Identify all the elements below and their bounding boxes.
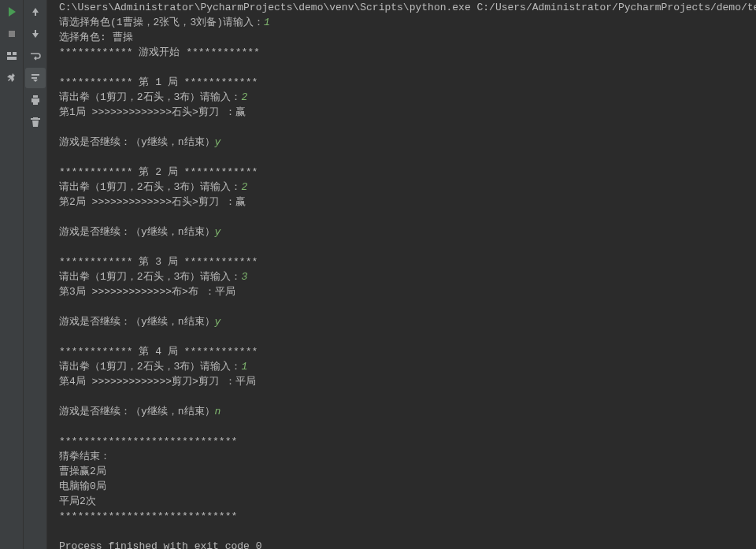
console-text: 请出拳（1剪刀，2石头，3布）请输入： [59, 181, 241, 193]
user-input: 2 [241, 91, 247, 103]
console-line: ************ 第 1 局 ************ [59, 75, 748, 90]
svg-rect-3 [7, 57, 17, 60]
console-text: Process finished with exit code 0 [59, 540, 261, 549]
console-text: 电脑输0局 [59, 480, 106, 492]
console-line [59, 239, 748, 254]
console-line: 请选择角色(1曹操，2张飞，3刘备)请输入：1 [59, 15, 748, 30]
console-text: 请出拳（1剪刀，2石头，3布）请输入： [59, 271, 241, 283]
console-text: 请选择角色(1曹操，2张飞，3刘备)请输入： [59, 17, 264, 28]
console-text: 选择角色: 曹操 [59, 32, 133, 43]
console-line: 第4局 >>>>>>>>>>>>>剪刀>剪刀 ：平局 [59, 374, 748, 389]
console-text: ************ 游戏开始 ************ [59, 46, 260, 58]
console-text: ************ 第 2 局 ************ [59, 166, 258, 178]
console-line [59, 299, 748, 314]
console-line [59, 524, 748, 539]
console-text: 第1局 >>>>>>>>>>>>>石头>剪刀 ：赢 [59, 106, 246, 118]
console-line: 请出拳（1剪刀，2石头，3布）请输入：3 [59, 269, 748, 284]
console-line: 游戏是否继续：（y继续，n结束）n [59, 404, 748, 419]
run-button[interactable] [2, 2, 22, 22]
console-line: 曹操赢2局 [59, 464, 748, 479]
scroll-to-end-button[interactable] [25, 68, 46, 88]
trash-icon [29, 116, 42, 128]
console-line: ***************************** [59, 509, 748, 524]
console-text: ************ 第 3 局 ************ [59, 256, 258, 268]
down-arrow-icon [29, 28, 42, 40]
console-text: 游戏是否继续：（y继续，n结束） [59, 226, 215, 238]
console-line [59, 120, 748, 135]
secondary-toolbar [24, 0, 47, 549]
console-line [59, 389, 748, 404]
console-text: 曹操赢2局 [59, 466, 106, 477]
user-input: 1 [241, 361, 247, 373]
console-line: Process finished with exit code 0 [59, 539, 748, 549]
console-line: ***************************** [59, 434, 748, 449]
console-text: 游戏是否继续：（y继续，n结束） [59, 316, 215, 328]
scroll-end-icon [29, 72, 42, 84]
down-button[interactable] [25, 24, 46, 44]
main-toolbar [0, 0, 24, 549]
play-icon [6, 6, 18, 18]
console-text: 游戏是否继续：（y继续，n结束） [59, 136, 215, 148]
user-input: n [215, 406, 221, 417]
console-line: 电脑输0局 [59, 479, 748, 494]
pin-button[interactable] [2, 68, 22, 88]
console-line: 选择角色: 曹操 [59, 30, 748, 45]
console-text: ************ 第 1 局 ************ [59, 76, 258, 88]
console-text: ***************************** [59, 436, 237, 447]
console-line: ************ 第 3 局 ************ [59, 254, 748, 269]
print-icon [29, 94, 42, 106]
console-line: C:\Users\Administrator\PycharmProjects\d… [59, 0, 748, 15]
console-line: 请出拳（1剪刀，2石头，3布）请输入：2 [59, 90, 748, 105]
up-arrow-icon [29, 6, 42, 18]
console-output[interactable]: C:\Users\Administrator\PycharmProjects\d… [47, 0, 756, 549]
console-line: 平局2次 [59, 494, 748, 509]
layout-button[interactable] [2, 46, 22, 66]
up-button[interactable] [25, 2, 46, 22]
console-line: 游戏是否继续：（y继续，n结束）y [59, 135, 748, 150]
console-line: 猜拳结束： [59, 449, 748, 464]
stop-button[interactable] [2, 24, 22, 44]
console-line: ************ 第 2 局 ************ [59, 165, 748, 180]
console-line: 第1局 >>>>>>>>>>>>>石头>剪刀 ：赢 [59, 105, 748, 120]
console-line [59, 419, 748, 434]
pin-icon [6, 72, 18, 84]
console-text: 请出拳（1剪刀，2石头，3布）请输入： [59, 91, 241, 103]
clear-button[interactable] [25, 112, 46, 132]
console-line [59, 150, 748, 165]
stop-icon [6, 28, 18, 40]
console-text: 第3局 >>>>>>>>>>>>>布>布 ：平局 [59, 286, 235, 298]
console-text: 第2局 >>>>>>>>>>>>>石头>剪刀 ：赢 [59, 196, 246, 208]
console-text: 猜拳结束： [59, 451, 110, 462]
console-line [59, 329, 748, 344]
user-input: y [215, 136, 221, 148]
svg-rect-1 [7, 52, 11, 55]
console-line: 第2局 >>>>>>>>>>>>>石头>剪刀 ：赢 [59, 195, 748, 210]
console-text: C:\Users\Administrator\PycharmProjects\d… [59, 2, 756, 13]
console-line: 请出拳（1剪刀，2石头，3布）请输入：2 [59, 180, 748, 195]
layout-icon [6, 50, 18, 62]
console-text: ************ 第 4 局 ************ [59, 346, 258, 358]
user-input: 3 [241, 271, 247, 283]
svg-rect-0 [9, 31, 15, 37]
console-text: 平局2次 [59, 495, 96, 507]
console-line [59, 60, 748, 75]
console-text: 请出拳（1剪刀，2石头，3布）请输入： [59, 361, 241, 373]
user-input: 2 [241, 181, 247, 193]
console-line: 游戏是否继续：（y继续，n结束）y [59, 314, 748, 329]
print-button[interactable] [25, 90, 46, 110]
user-input: y [215, 316, 221, 328]
svg-rect-2 [13, 52, 17, 55]
console-line [59, 210, 748, 224]
console-line: ************ 游戏开始 ************ [59, 45, 748, 60]
user-input: 1 [264, 17, 270, 28]
console-text: 游戏是否继续：（y继续，n结束） [59, 406, 215, 417]
console-line: 第3局 >>>>>>>>>>>>>布>布 ：平局 [59, 284, 748, 299]
console-line: 游戏是否继续：（y继续，n结束）y [59, 224, 748, 239]
console-text: ***************************** [59, 510, 237, 522]
console-text: 第4局 >>>>>>>>>>>>>剪刀>剪刀 ：平局 [59, 376, 256, 388]
console-line: 请出拳（1剪刀，2石头，3布）请输入：1 [59, 359, 748, 374]
soft-wrap-button[interactable] [25, 46, 46, 66]
wrap-icon [29, 50, 42, 62]
user-input: y [215, 226, 221, 238]
console-line: ************ 第 4 局 ************ [59, 344, 748, 359]
